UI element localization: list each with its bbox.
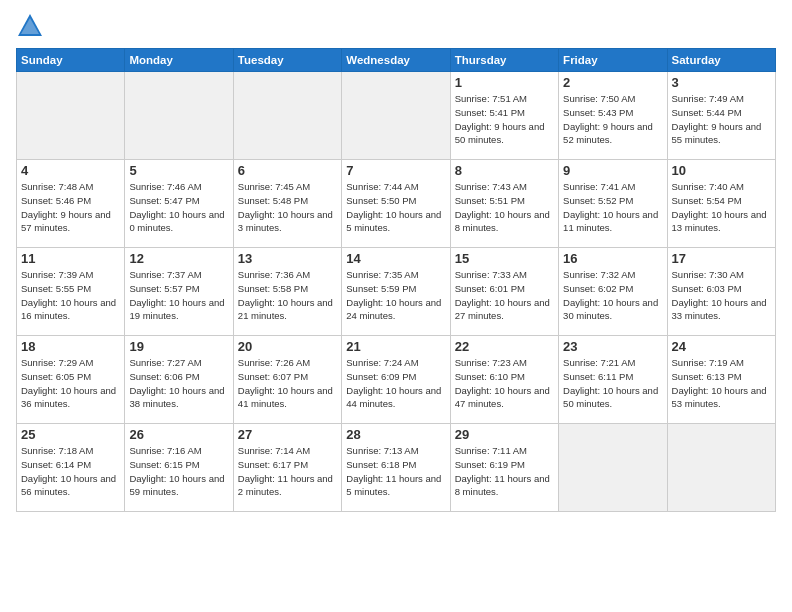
day-number: 18 [21, 339, 120, 354]
column-header-tuesday: Tuesday [233, 49, 341, 72]
calendar-cell: 10Sunrise: 7:40 AM Sunset: 5:54 PM Dayli… [667, 160, 775, 248]
day-number: 3 [672, 75, 771, 90]
column-header-friday: Friday [559, 49, 667, 72]
logo-icon [16, 12, 44, 40]
day-number: 19 [129, 339, 228, 354]
day-number: 25 [21, 427, 120, 442]
calendar-cell [667, 424, 775, 512]
calendar-cell: 22Sunrise: 7:23 AM Sunset: 6:10 PM Dayli… [450, 336, 558, 424]
day-info: Sunrise: 7:35 AM Sunset: 5:59 PM Dayligh… [346, 268, 445, 323]
day-info: Sunrise: 7:24 AM Sunset: 6:09 PM Dayligh… [346, 356, 445, 411]
day-info: Sunrise: 7:41 AM Sunset: 5:52 PM Dayligh… [563, 180, 662, 235]
calendar-cell [17, 72, 125, 160]
day-number: 9 [563, 163, 662, 178]
day-number: 15 [455, 251, 554, 266]
calendar-cell: 5Sunrise: 7:46 AM Sunset: 5:47 PM Daylig… [125, 160, 233, 248]
day-info: Sunrise: 7:43 AM Sunset: 5:51 PM Dayligh… [455, 180, 554, 235]
day-number: 24 [672, 339, 771, 354]
day-number: 11 [21, 251, 120, 266]
calendar-cell: 20Sunrise: 7:26 AM Sunset: 6:07 PM Dayli… [233, 336, 341, 424]
calendar-week-row: 1Sunrise: 7:51 AM Sunset: 5:41 PM Daylig… [17, 72, 776, 160]
calendar-cell: 8Sunrise: 7:43 AM Sunset: 5:51 PM Daylig… [450, 160, 558, 248]
day-info: Sunrise: 7:36 AM Sunset: 5:58 PM Dayligh… [238, 268, 337, 323]
calendar-cell: 15Sunrise: 7:33 AM Sunset: 6:01 PM Dayli… [450, 248, 558, 336]
calendar-cell: 7Sunrise: 7:44 AM Sunset: 5:50 PM Daylig… [342, 160, 450, 248]
day-info: Sunrise: 7:30 AM Sunset: 6:03 PM Dayligh… [672, 268, 771, 323]
day-info: Sunrise: 7:11 AM Sunset: 6:19 PM Dayligh… [455, 444, 554, 499]
day-info: Sunrise: 7:19 AM Sunset: 6:13 PM Dayligh… [672, 356, 771, 411]
calendar-cell: 23Sunrise: 7:21 AM Sunset: 6:11 PM Dayli… [559, 336, 667, 424]
day-number: 13 [238, 251, 337, 266]
calendar-cell: 16Sunrise: 7:32 AM Sunset: 6:02 PM Dayli… [559, 248, 667, 336]
day-number: 17 [672, 251, 771, 266]
day-number: 20 [238, 339, 337, 354]
day-number: 1 [455, 75, 554, 90]
calendar-cell: 1Sunrise: 7:51 AM Sunset: 5:41 PM Daylig… [450, 72, 558, 160]
calendar-cell: 9Sunrise: 7:41 AM Sunset: 5:52 PM Daylig… [559, 160, 667, 248]
calendar-cell: 17Sunrise: 7:30 AM Sunset: 6:03 PM Dayli… [667, 248, 775, 336]
day-info: Sunrise: 7:21 AM Sunset: 6:11 PM Dayligh… [563, 356, 662, 411]
calendar-cell: 11Sunrise: 7:39 AM Sunset: 5:55 PM Dayli… [17, 248, 125, 336]
calendar-cell: 13Sunrise: 7:36 AM Sunset: 5:58 PM Dayli… [233, 248, 341, 336]
day-info: Sunrise: 7:39 AM Sunset: 5:55 PM Dayligh… [21, 268, 120, 323]
day-info: Sunrise: 7:49 AM Sunset: 5:44 PM Dayligh… [672, 92, 771, 147]
calendar-cell: 4Sunrise: 7:48 AM Sunset: 5:46 PM Daylig… [17, 160, 125, 248]
day-info: Sunrise: 7:50 AM Sunset: 5:43 PM Dayligh… [563, 92, 662, 147]
calendar-cell: 24Sunrise: 7:19 AM Sunset: 6:13 PM Dayli… [667, 336, 775, 424]
column-header-monday: Monday [125, 49, 233, 72]
day-info: Sunrise: 7:23 AM Sunset: 6:10 PM Dayligh… [455, 356, 554, 411]
calendar-cell [342, 72, 450, 160]
day-info: Sunrise: 7:46 AM Sunset: 5:47 PM Dayligh… [129, 180, 228, 235]
day-number: 22 [455, 339, 554, 354]
calendar-cell: 28Sunrise: 7:13 AM Sunset: 6:18 PM Dayli… [342, 424, 450, 512]
day-number: 27 [238, 427, 337, 442]
day-info: Sunrise: 7:40 AM Sunset: 5:54 PM Dayligh… [672, 180, 771, 235]
day-number: 4 [21, 163, 120, 178]
calendar-cell: 2Sunrise: 7:50 AM Sunset: 5:43 PM Daylig… [559, 72, 667, 160]
calendar-week-row: 25Sunrise: 7:18 AM Sunset: 6:14 PM Dayli… [17, 424, 776, 512]
calendar-cell: 6Sunrise: 7:45 AM Sunset: 5:48 PM Daylig… [233, 160, 341, 248]
day-info: Sunrise: 7:29 AM Sunset: 6:05 PM Dayligh… [21, 356, 120, 411]
calendar-cell: 27Sunrise: 7:14 AM Sunset: 6:17 PM Dayli… [233, 424, 341, 512]
day-number: 21 [346, 339, 445, 354]
column-header-thursday: Thursday [450, 49, 558, 72]
calendar-cell: 26Sunrise: 7:16 AM Sunset: 6:15 PM Dayli… [125, 424, 233, 512]
column-header-sunday: Sunday [17, 49, 125, 72]
day-number: 2 [563, 75, 662, 90]
calendar-header-row: SundayMondayTuesdayWednesdayThursdayFrid… [17, 49, 776, 72]
calendar-cell: 29Sunrise: 7:11 AM Sunset: 6:19 PM Dayli… [450, 424, 558, 512]
day-number: 6 [238, 163, 337, 178]
day-number: 7 [346, 163, 445, 178]
calendar-cell [233, 72, 341, 160]
column-header-wednesday: Wednesday [342, 49, 450, 72]
day-number: 5 [129, 163, 228, 178]
day-info: Sunrise: 7:37 AM Sunset: 5:57 PM Dayligh… [129, 268, 228, 323]
day-info: Sunrise: 7:32 AM Sunset: 6:02 PM Dayligh… [563, 268, 662, 323]
day-info: Sunrise: 7:13 AM Sunset: 6:18 PM Dayligh… [346, 444, 445, 499]
day-info: Sunrise: 7:18 AM Sunset: 6:14 PM Dayligh… [21, 444, 120, 499]
calendar-week-row: 18Sunrise: 7:29 AM Sunset: 6:05 PM Dayli… [17, 336, 776, 424]
calendar-week-row: 4Sunrise: 7:48 AM Sunset: 5:46 PM Daylig… [17, 160, 776, 248]
day-info: Sunrise: 7:51 AM Sunset: 5:41 PM Dayligh… [455, 92, 554, 147]
calendar-cell: 18Sunrise: 7:29 AM Sunset: 6:05 PM Dayli… [17, 336, 125, 424]
day-number: 14 [346, 251, 445, 266]
calendar-cell [125, 72, 233, 160]
day-info: Sunrise: 7:14 AM Sunset: 6:17 PM Dayligh… [238, 444, 337, 499]
calendar-cell: 14Sunrise: 7:35 AM Sunset: 5:59 PM Dayli… [342, 248, 450, 336]
day-number: 10 [672, 163, 771, 178]
day-number: 12 [129, 251, 228, 266]
day-number: 23 [563, 339, 662, 354]
day-number: 8 [455, 163, 554, 178]
day-info: Sunrise: 7:26 AM Sunset: 6:07 PM Dayligh… [238, 356, 337, 411]
day-info: Sunrise: 7:27 AM Sunset: 6:06 PM Dayligh… [129, 356, 228, 411]
day-info: Sunrise: 7:16 AM Sunset: 6:15 PM Dayligh… [129, 444, 228, 499]
day-info: Sunrise: 7:48 AM Sunset: 5:46 PM Dayligh… [21, 180, 120, 235]
day-info: Sunrise: 7:44 AM Sunset: 5:50 PM Dayligh… [346, 180, 445, 235]
calendar-cell: 19Sunrise: 7:27 AM Sunset: 6:06 PM Dayli… [125, 336, 233, 424]
calendar-table: SundayMondayTuesdayWednesdayThursdayFrid… [16, 48, 776, 512]
calendar-cell: 25Sunrise: 7:18 AM Sunset: 6:14 PM Dayli… [17, 424, 125, 512]
calendar-cell: 21Sunrise: 7:24 AM Sunset: 6:09 PM Dayli… [342, 336, 450, 424]
day-number: 28 [346, 427, 445, 442]
logo [16, 12, 48, 40]
day-number: 16 [563, 251, 662, 266]
